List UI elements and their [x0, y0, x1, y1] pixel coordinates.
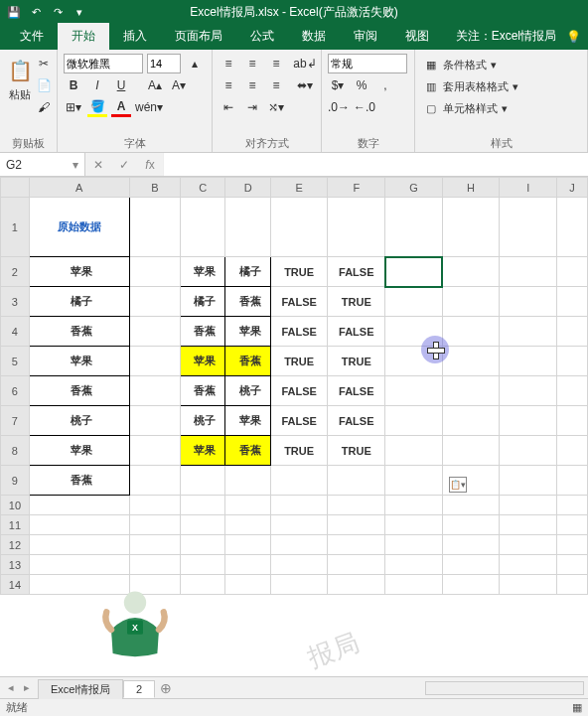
cell[interactable] — [557, 198, 588, 257]
cell[interactable] — [29, 535, 129, 555]
cell[interactable]: FALSE — [270, 287, 328, 317]
cell[interactable]: 橘子 — [181, 287, 225, 317]
cell[interactable] — [442, 317, 500, 347]
cell[interactable] — [181, 535, 225, 555]
paste-options-button[interactable]: 📋▾ — [449, 477, 467, 493]
name-box[interactable]: G2▾ — [0, 153, 85, 176]
tab-home[interactable]: 开始 — [58, 23, 109, 50]
cell[interactable]: 苹果 — [181, 436, 225, 466]
row-header[interactable]: 12 — [1, 535, 30, 555]
cell[interactable] — [442, 406, 500, 436]
cell[interactable] — [442, 198, 500, 257]
cell[interactable]: 橘子 — [29, 287, 129, 317]
font-size-combo[interactable] — [147, 54, 181, 73]
cell[interactable]: FALSE — [270, 317, 328, 347]
comma-icon[interactable]: , — [375, 75, 395, 95]
cell[interactable] — [557, 496, 588, 515]
row-header[interactable]: 1 — [1, 198, 30, 257]
cell[interactable] — [129, 347, 180, 376]
cell[interactable] — [385, 575, 443, 595]
cell[interactable]: 苹果 — [225, 317, 270, 347]
cell[interactable] — [557, 575, 588, 595]
copy-icon[interactable]: 📄 — [34, 75, 54, 95]
col-header-J[interactable]: J — [557, 178, 588, 198]
cell[interactable] — [129, 376, 180, 406]
cell[interactable] — [500, 317, 557, 347]
cell[interactable]: 桃子 — [225, 376, 270, 406]
cell[interactable] — [442, 376, 500, 406]
cut-icon[interactable]: ✂ — [34, 54, 54, 73]
cell[interactable] — [557, 347, 588, 376]
horizontal-scrollbar[interactable] — [425, 681, 584, 695]
cell[interactable]: 苹果 — [29, 257, 129, 287]
font-color-icon[interactable]: A — [111, 97, 131, 117]
row-header[interactable]: 11 — [1, 515, 30, 535]
tab-data[interactable]: 数据 — [288, 23, 340, 50]
merge-icon[interactable]: ⬌▾ — [295, 75, 315, 95]
cell[interactable]: TRUE — [270, 436, 328, 466]
row-header[interactable]: 7 — [1, 406, 30, 436]
currency-icon[interactable]: $▾ — [328, 75, 348, 95]
cell[interactable] — [129, 496, 180, 515]
cell[interactable] — [500, 515, 557, 535]
cell[interactable] — [328, 466, 385, 496]
cell[interactable] — [129, 555, 180, 575]
align-center-icon[interactable]: ≡ — [242, 75, 262, 95]
cell[interactable] — [225, 515, 270, 535]
cell[interactable] — [385, 466, 443, 496]
cell[interactable] — [442, 535, 500, 555]
sheet-nav-first-icon[interactable]: ◂ — [4, 681, 18, 694]
conditional-formatting-button[interactable]: ▦ 条件格式▾ — [421, 54, 581, 75]
cell[interactable] — [500, 198, 557, 257]
tab-formula[interactable]: 公式 — [236, 23, 288, 50]
cell[interactable] — [328, 496, 385, 515]
italic-icon[interactable]: I — [87, 75, 107, 95]
cell[interactable] — [270, 555, 328, 575]
align-top-icon[interactable]: ≡ — [219, 54, 238, 73]
row-header[interactable]: 14 — [1, 575, 30, 595]
cell[interactable] — [442, 575, 500, 595]
cell[interactable]: 橘子 — [225, 257, 270, 287]
col-header-D[interactable]: D — [225, 178, 270, 198]
cell[interactable] — [29, 515, 129, 535]
cell[interactable] — [270, 515, 328, 535]
wrap-text-icon[interactable]: ab↲ — [295, 54, 315, 73]
cell[interactable] — [557, 317, 588, 347]
undo-icon[interactable]: ↶ — [28, 4, 44, 20]
cell[interactable] — [385, 555, 443, 575]
paste-button[interactable]: 📋 粘贴 — [6, 54, 34, 117]
cell[interactable] — [385, 436, 443, 466]
cell[interactable] — [557, 257, 588, 287]
cell[interactable] — [385, 257, 443, 287]
save-icon[interactable]: 💾 — [6, 4, 22, 20]
cell[interactable] — [385, 287, 443, 317]
cell[interactable] — [385, 347, 443, 376]
formula-input[interactable] — [163, 153, 588, 176]
tab-layout[interactable]: 页面布局 — [161, 23, 236, 50]
sheet-tab-1[interactable]: Excel情报局 — [38, 679, 123, 699]
cell[interactable] — [129, 406, 180, 436]
cell[interactable]: 桃子 — [181, 406, 225, 436]
cell[interactable] — [500, 436, 557, 466]
cell[interactable]: TRUE — [328, 347, 385, 376]
row-header[interactable]: 8 — [1, 436, 30, 466]
col-header-G[interactable]: G — [385, 178, 443, 198]
indent-dec-icon[interactable]: ⇤ — [219, 97, 238, 117]
cell[interactable]: 香蕉 — [181, 317, 225, 347]
cell[interactable] — [385, 406, 443, 436]
cell[interactable] — [500, 376, 557, 406]
cancel-icon[interactable]: ✕ — [85, 158, 111, 172]
cell[interactable]: 桃子 — [29, 406, 129, 436]
format-painter-icon[interactable]: 🖌 — [34, 97, 54, 117]
cell[interactable] — [500, 466, 557, 496]
cell[interactable] — [270, 466, 328, 496]
indent-inc-icon[interactable]: ⇥ — [242, 97, 262, 117]
cell[interactable]: TRUE — [270, 257, 328, 287]
border-icon[interactable]: ⊞▾ — [64, 97, 83, 117]
font-name-combo[interactable] — [64, 54, 143, 73]
redo-icon[interactable]: ↷ — [50, 4, 66, 20]
cell[interactable] — [442, 555, 500, 575]
cell[interactable] — [385, 198, 443, 257]
tab-review[interactable]: 审阅 — [340, 23, 391, 50]
cell[interactable] — [328, 535, 385, 555]
